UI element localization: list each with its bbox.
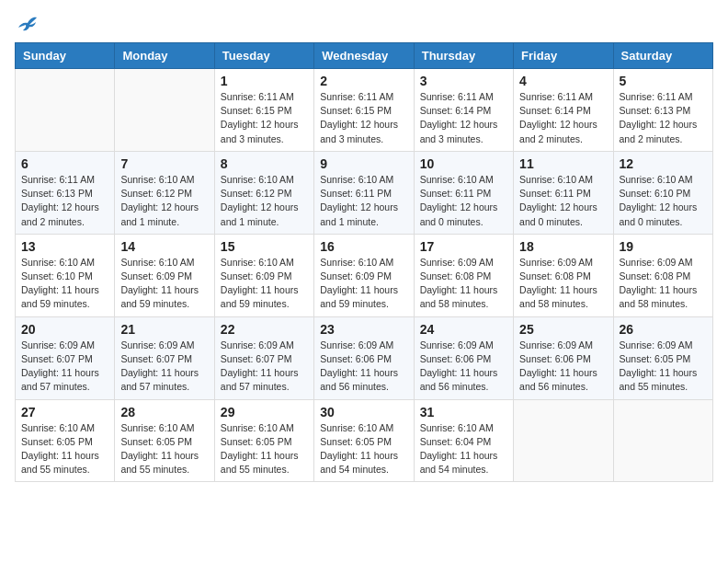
day-number: 13 [21,239,108,254]
day-number: 17 [420,239,507,254]
day-info: Sunrise: 6:11 AM Sunset: 6:13 PM Dayligh… [21,173,108,229]
calendar-cell: 9Sunrise: 6:10 AM Sunset: 6:11 PM Daylig… [314,151,414,234]
calendar-table: SundayMondayTuesdayWednesdayThursdayFrid… [15,42,713,482]
day-number: 16 [320,239,407,254]
day-number: 3 [420,74,507,88]
weekday-sunday: Sunday [16,43,115,69]
day-number: 29 [221,405,308,419]
calendar-cell: 28Sunrise: 6:10 AM Sunset: 6:05 PM Dayli… [115,399,214,482]
calendar-cell: 2Sunrise: 6:11 AM Sunset: 6:15 PM Daylig… [314,69,414,152]
day-info: Sunrise: 6:10 AM Sunset: 6:11 PM Dayligh… [420,173,507,229]
weekday-friday: Friday [514,43,613,69]
day-info: Sunrise: 6:10 AM Sunset: 6:09 PM Dayligh… [320,256,407,312]
calendar-cell: 25Sunrise: 6:09 AM Sunset: 6:06 PM Dayli… [514,316,613,399]
day-number: 11 [519,156,607,171]
day-info: Sunrise: 6:10 AM Sunset: 6:09 PM Dayligh… [120,256,208,312]
day-number: 7 [120,156,208,171]
day-number: 27 [21,405,108,419]
day-info: Sunrise: 6:10 AM Sunset: 6:10 PM Dayligh… [620,173,707,229]
day-number: 23 [320,322,407,337]
calendar-cell [514,399,613,482]
day-number: 24 [420,322,507,337]
day-info: Sunrise: 6:11 AM Sunset: 6:15 PM Dayligh… [221,90,308,146]
day-info: Sunrise: 6:10 AM Sunset: 6:11 PM Dayligh… [519,173,607,229]
calendar-cell: 6Sunrise: 6:11 AM Sunset: 6:13 PM Daylig… [16,151,115,234]
day-info: Sunrise: 6:10 AM Sunset: 6:05 PM Dayligh… [21,421,108,477]
calendar-cell: 20Sunrise: 6:09 AM Sunset: 6:07 PM Dayli… [16,316,115,399]
day-info: Sunrise: 6:11 AM Sunset: 6:14 PM Dayligh… [519,90,607,146]
day-number: 2 [320,74,407,88]
calendar-cell: 5Sunrise: 6:11 AM Sunset: 6:13 PM Daylig… [613,69,712,152]
calendar-cell: 15Sunrise: 6:10 AM Sunset: 6:09 PM Dayli… [214,234,313,316]
day-number: 8 [221,156,308,171]
weekday-monday: Monday [115,43,214,69]
week-row-1: 1Sunrise: 6:11 AM Sunset: 6:15 PM Daylig… [16,69,713,152]
day-info: Sunrise: 6:10 AM Sunset: 6:04 PM Dayligh… [420,421,507,477]
day-number: 21 [120,322,208,337]
calendar-cell [613,399,712,482]
day-number: 31 [420,405,507,419]
day-number: 1 [221,74,308,88]
day-number: 26 [620,322,707,337]
day-info: Sunrise: 6:09 AM Sunset: 6:08 PM Dayligh… [420,256,507,312]
week-row-2: 6Sunrise: 6:11 AM Sunset: 6:13 PM Daylig… [16,151,713,234]
day-number: 9 [320,156,407,171]
calendar-cell: 14Sunrise: 6:10 AM Sunset: 6:09 PM Dayli… [115,234,214,316]
calendar-cell: 11Sunrise: 6:10 AM Sunset: 6:11 PM Dayli… [514,151,613,234]
day-info: Sunrise: 6:11 AM Sunset: 6:14 PM Dayligh… [420,90,507,146]
weekday-wednesday: Wednesday [314,43,414,69]
day-number: 5 [620,74,707,88]
day-info: Sunrise: 6:09 AM Sunset: 6:06 PM Dayligh… [420,339,507,395]
weekday-header-row: SundayMondayTuesdayWednesdayThursdayFrid… [16,43,713,69]
week-row-3: 13Sunrise: 6:10 AM Sunset: 6:10 PM Dayli… [16,234,713,316]
day-number: 30 [320,405,407,419]
day-number: 20 [21,322,108,337]
calendar-cell: 4Sunrise: 6:11 AM Sunset: 6:14 PM Daylig… [514,69,613,152]
day-info: Sunrise: 6:11 AM Sunset: 6:13 PM Dayligh… [620,90,707,146]
calendar-cell: 30Sunrise: 6:10 AM Sunset: 6:05 PM Dayli… [314,399,414,482]
day-number: 19 [620,239,707,254]
day-number: 22 [221,322,308,337]
day-info: Sunrise: 6:10 AM Sunset: 6:05 PM Dayligh… [120,421,208,477]
logo [15,15,37,31]
calendar-cell: 3Sunrise: 6:11 AM Sunset: 6:14 PM Daylig… [414,69,513,152]
calendar-cell: 29Sunrise: 6:10 AM Sunset: 6:05 PM Dayli… [214,399,313,482]
day-info: Sunrise: 6:11 AM Sunset: 6:15 PM Dayligh… [320,90,407,146]
calendar-cell: 31Sunrise: 6:10 AM Sunset: 6:04 PM Dayli… [414,399,513,482]
calendar-cell: 8Sunrise: 6:10 AM Sunset: 6:12 PM Daylig… [214,151,313,234]
day-number: 14 [120,239,208,254]
weekday-saturday: Saturday [613,43,712,69]
calendar-cell: 26Sunrise: 6:09 AM Sunset: 6:05 PM Dayli… [613,316,712,399]
day-info: Sunrise: 6:09 AM Sunset: 6:05 PM Dayligh… [620,339,707,395]
day-info: Sunrise: 6:09 AM Sunset: 6:06 PM Dayligh… [320,339,407,395]
calendar-cell: 1Sunrise: 6:11 AM Sunset: 6:15 PM Daylig… [214,69,313,152]
logo-bird-icon [17,15,37,31]
day-info: Sunrise: 6:10 AM Sunset: 6:05 PM Dayligh… [221,421,308,477]
day-info: Sunrise: 6:10 AM Sunset: 6:10 PM Dayligh… [21,256,108,312]
day-number: 25 [519,322,607,337]
calendar-cell [16,69,115,152]
day-info: Sunrise: 6:09 AM Sunset: 6:07 PM Dayligh… [120,339,208,395]
day-info: Sunrise: 6:09 AM Sunset: 6:08 PM Dayligh… [519,256,607,312]
day-number: 28 [120,405,208,419]
calendar-cell: 10Sunrise: 6:10 AM Sunset: 6:11 PM Dayli… [414,151,513,234]
day-info: Sunrise: 6:10 AM Sunset: 6:12 PM Dayligh… [120,173,208,229]
weekday-thursday: Thursday [414,43,513,69]
page-header [15,15,713,31]
calendar-cell: 19Sunrise: 6:09 AM Sunset: 6:08 PM Dayli… [613,234,712,316]
day-info: Sunrise: 6:10 AM Sunset: 6:11 PM Dayligh… [320,173,407,229]
calendar-cell: 13Sunrise: 6:10 AM Sunset: 6:10 PM Dayli… [16,234,115,316]
week-row-4: 20Sunrise: 6:09 AM Sunset: 6:07 PM Dayli… [16,316,713,399]
day-info: Sunrise: 6:10 AM Sunset: 6:09 PM Dayligh… [221,256,308,312]
day-info: Sunrise: 6:09 AM Sunset: 6:06 PM Dayligh… [519,339,607,395]
day-info: Sunrise: 6:09 AM Sunset: 6:07 PM Dayligh… [221,339,308,395]
calendar-cell: 23Sunrise: 6:09 AM Sunset: 6:06 PM Dayli… [314,316,414,399]
day-number: 15 [221,239,308,254]
calendar-cell: 7Sunrise: 6:10 AM Sunset: 6:12 PM Daylig… [115,151,214,234]
calendar-cell [115,69,214,152]
week-row-5: 27Sunrise: 6:10 AM Sunset: 6:05 PM Dayli… [16,399,713,482]
day-number: 12 [620,156,707,171]
day-number: 6 [21,156,108,171]
calendar-cell: 12Sunrise: 6:10 AM Sunset: 6:10 PM Dayli… [613,151,712,234]
day-number: 4 [519,74,607,88]
